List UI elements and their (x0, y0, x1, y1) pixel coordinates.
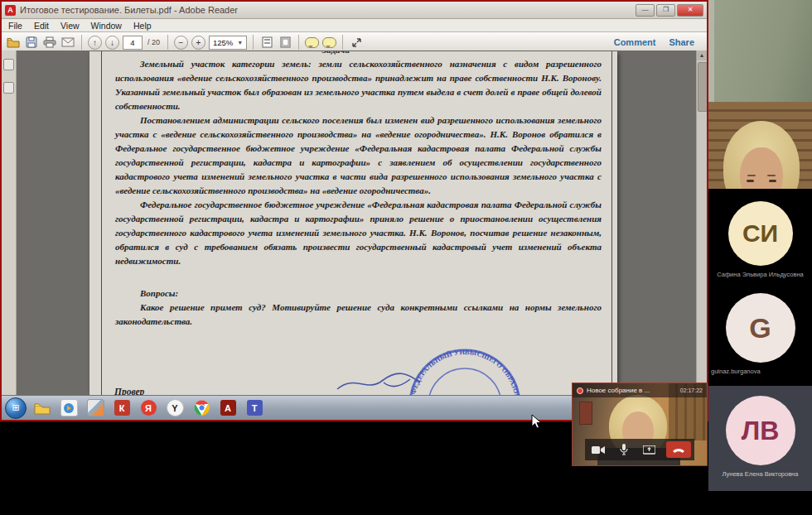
paragraph-2: Постановлением администрации сельского п… (115, 113, 602, 198)
document-text-cell: Земельный участок категории земель: земл… (101, 51, 612, 395)
screen-share-button[interactable] (640, 441, 659, 458)
participant-tile[interactable]: G gulnaz.burganova (708, 278, 812, 375)
document-area: Задача Земельный участок категории земел… (2, 51, 707, 395)
participant-tile[interactable]: СИ Сафина Эльвира Ильдусовна (708, 189, 812, 278)
minimize-button[interactable]: — (636, 4, 655, 17)
pdf-page: Задача Земельный участок категории земел… (89, 51, 617, 395)
save-icon[interactable] (24, 36, 39, 50)
close-button[interactable]: ✕ (677, 4, 703, 17)
navigation-pane-strip (2, 51, 17, 395)
page-number-input[interactable]: 4 (123, 36, 143, 50)
microphone-toggle-button[interactable] (615, 441, 633, 458)
email-icon[interactable] (60, 36, 75, 50)
sticky-note-icon[interactable] (305, 37, 319, 48)
page-total-label: / 20 (147, 38, 160, 46)
scroll-up-arrow[interactable]: ▲ (697, 51, 707, 60)
next-page-button[interactable]: ↓ (105, 36, 119, 50)
scrollbar-thumb[interactable] (698, 62, 707, 112)
restore-button[interactable]: ❐ (656, 4, 675, 17)
zoom-out-button[interactable]: − (174, 36, 188, 50)
mouse-cursor (531, 414, 542, 430)
recording-icon (577, 387, 583, 394)
taskbar-teams[interactable]: T (244, 398, 265, 418)
zoom-in-button[interactable]: + (191, 36, 205, 50)
open-file-icon[interactable] (6, 36, 21, 50)
taskbar-adobe-reader[interactable]: A (217, 398, 239, 418)
window-title: Итоговое тестирование. Билеты.pdf - Adob… (20, 5, 636, 15)
taskbar-media-app[interactable] (85, 398, 106, 418)
webcam-video-tile[interactable] (708, 0, 812, 189)
avatar: ЛВ (726, 396, 795, 465)
page-thumbnails-icon[interactable] (3, 59, 14, 70)
overlay-header[interactable]: Новое собрание в ... 02:17:22 (573, 383, 707, 397)
shared-screen-region: A Итоговое тестирование. Билеты.pdf - Ad… (0, 0, 708, 421)
participant-tile[interactable]: ЛВ Лунева Елена Викторовна (708, 386, 812, 491)
meeting-controls-bar (585, 439, 694, 460)
clipped-bottom-text: Провер (114, 387, 144, 395)
menu-bar: File Edit View Window Help (2, 19, 707, 32)
avatar: G (726, 293, 795, 363)
menu-view[interactable]: View (60, 21, 80, 31)
share-button[interactable]: Share (669, 37, 694, 47)
zoom-level-select[interactable]: 125% ▼ (209, 36, 247, 50)
zoom-level-value: 125% (213, 36, 233, 49)
participant-name: gulnaz.burganova (711, 368, 761, 375)
hang-up-button[interactable] (666, 441, 691, 458)
adobe-app-icon: A (5, 5, 16, 16)
menu-help[interactable]: Help (133, 21, 152, 31)
menu-edit[interactable]: Edit (34, 21, 49, 31)
paragraph-3: Федеральное государственное бюджетное уч… (115, 198, 602, 268)
question-text: Какое решение примет суд? Мотивируйте ре… (115, 301, 602, 329)
overlay-wall-picture (579, 402, 592, 425)
previous-page-button[interactable]: ↑ (88, 36, 102, 50)
chevron-down-icon: ▼ (237, 36, 243, 49)
participants-panel: СИ Сафина Эльвира Ильдусовна G gulnaz.bu… (708, 0, 812, 515)
fit-page-icon[interactable] (278, 36, 292, 50)
university-stamp: ВЫСШЕГО ОБРАЗОВАНИЯ РОССИЙСКОЙ ФЕДЕРАЦИИ… (403, 343, 527, 395)
adobe-titlebar[interactable]: A Итоговое тестирование. Билеты.pdf - Ad… (2, 2, 707, 19)
scrolling-mode-icon[interactable] (259, 36, 274, 50)
comment-button[interactable]: Comment (614, 37, 656, 47)
attachments-icon[interactable] (3, 82, 14, 94)
vertical-scrollbar[interactable]: ▲ (696, 51, 707, 395)
taskbar-chrome[interactable] (191, 398, 212, 418)
print-icon[interactable] (42, 36, 57, 50)
menu-file[interactable]: File (8, 21, 22, 31)
questions-heading: Вопросы: (115, 286, 602, 301)
paragraph-1: Земельный участок категории земель: земл… (115, 57, 602, 113)
document-canvas[interactable]: Задача Земельный участок категории земел… (17, 51, 707, 395)
meeting-title: Новое собрание в ... (587, 387, 650, 394)
menu-window[interactable]: Window (91, 21, 122, 31)
video-conference-screen: { "window": { "title": "Итоговое тестиро… (0, 0, 812, 515)
fullscreen-icon[interactable] (349, 36, 364, 50)
participant-name: Сафина Эльвира Ильдусовна (717, 271, 803, 278)
camera-toggle-button[interactable] (589, 441, 607, 458)
avatar: СИ (728, 201, 793, 266)
start-button[interactable]: ⊞ (5, 397, 27, 419)
taskbar-media-player[interactable] (58, 398, 80, 418)
highlight-tool-icon[interactable] (322, 37, 336, 48)
taskbar-explorer[interactable] (31, 398, 53, 418)
taskbar-yandex[interactable]: Я (138, 398, 159, 418)
meeting-timer: 02:17:22 (680, 387, 703, 393)
taskbar-yandex-browser[interactable]: Y (164, 398, 186, 418)
participant-name: Лунева Елена Викторовна (723, 470, 799, 478)
meeting-overlay-window[interactable]: Новое собрание в ... 02:17:22 (572, 383, 708, 466)
taskbar-consultant[interactable]: К (111, 398, 133, 418)
